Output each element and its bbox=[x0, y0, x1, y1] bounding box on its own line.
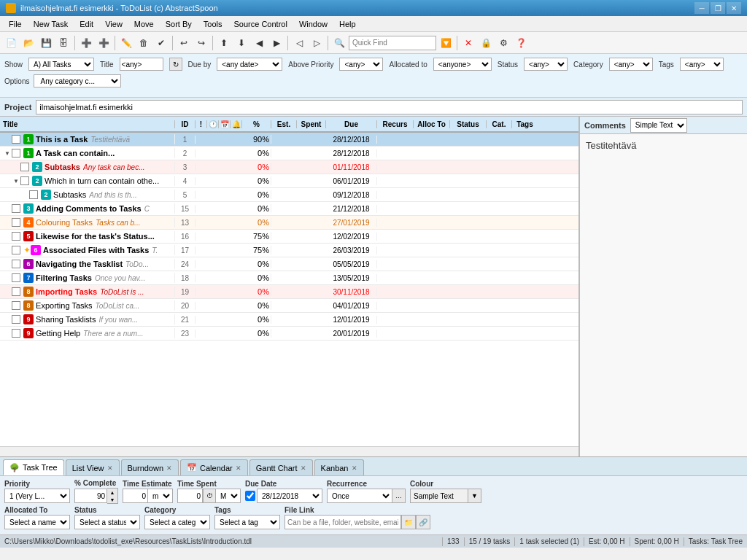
menu-move[interactable]: Move bbox=[128, 18, 160, 30]
tab-task-tree[interactable]: 🌳 Task Tree bbox=[3, 459, 64, 475]
task-checkbox[interactable] bbox=[12, 329, 20, 338]
task-checkbox[interactable] bbox=[20, 163, 29, 171]
status-field-select[interactable]: Select a status bbox=[74, 515, 140, 529]
task-checkbox[interactable] bbox=[12, 232, 20, 241]
menu-tools[interactable]: Tools bbox=[198, 18, 228, 30]
tab-calendar[interactable]: 📅 Calendar ✕ bbox=[180, 459, 248, 475]
task-title-cell[interactable]: 1 This is a Task Testitehtävä bbox=[0, 134, 175, 144]
table-row[interactable]: 1 This is a Task Testitehtävä 1 90% 28/1… bbox=[0, 133, 578, 147]
col-pct[interactable]: % bbox=[242, 120, 271, 128]
menu-edit[interactable]: Edit bbox=[74, 18, 99, 30]
tree-toggle[interactable] bbox=[3, 218, 12, 227]
tab-gantt-close[interactable]: ✕ bbox=[301, 464, 306, 472]
filelink-browse-btn[interactable]: 📁 bbox=[401, 515, 416, 529]
tb-help[interactable]: ❓ bbox=[513, 35, 529, 51]
table-row[interactable]: ▼ 2 Which in turn can contain othe... 4 … bbox=[0, 174, 578, 188]
menu-view[interactable]: View bbox=[99, 18, 128, 30]
tb-move4[interactable]: ▶ bbox=[268, 35, 285, 51]
recurrence-select[interactable]: Once bbox=[327, 489, 392, 503]
table-row[interactable]: ▼ 1 A Task can contain... 2 0% 28/12/201… bbox=[0, 147, 578, 160]
tb-addtask2[interactable]: ➕ bbox=[96, 35, 112, 51]
task-title-cell[interactable]: 8 Exporting Tasks ToDoList ca... bbox=[0, 300, 175, 311]
tab-burndown-close[interactable]: ✕ bbox=[166, 464, 172, 472]
tb-open[interactable]: 📂 bbox=[20, 35, 36, 51]
tab-list-view-close[interactable]: ✕ bbox=[107, 464, 113, 472]
task-title-cell[interactable]: ▼ 1 A Task can contain... bbox=[0, 148, 175, 158]
time-spent-unit-select[interactable]: M h bbox=[216, 489, 241, 503]
tb-addtask[interactable]: ➕ bbox=[78, 35, 94, 51]
pct-input[interactable] bbox=[74, 489, 107, 503]
tb-redo[interactable]: ↪ bbox=[193, 35, 209, 51]
task-title-cell[interactable]: ▼ 2 Which in turn can contain othe... bbox=[0, 176, 175, 186]
tb-fwd[interactable]: ▷ bbox=[309, 35, 325, 51]
col-clock-icon[interactable]: 🕐 bbox=[207, 120, 219, 128]
task-title-cell[interactable]: 6 Navigating the Tasklist ToDo... bbox=[0, 259, 175, 269]
colour-btn[interactable]: ▼ bbox=[468, 489, 481, 503]
task-title-cell[interactable]: ✦ 6 Associated Files with Tasks T. bbox=[0, 245, 175, 255]
pct-spin-up[interactable]: ▲ bbox=[107, 489, 117, 496]
tb-settings[interactable]: ⚙ bbox=[495, 35, 511, 51]
tb-lock[interactable]: 🔒 bbox=[478, 35, 494, 51]
task-checkbox[interactable] bbox=[12, 287, 20, 296]
restore-button[interactable]: ❐ bbox=[711, 2, 725, 14]
tab-kanban[interactable]: Kanban ✕ bbox=[314, 459, 364, 475]
task-checkbox[interactable] bbox=[12, 260, 20, 268]
tb-save[interactable]: 💾 bbox=[38, 35, 54, 51]
tree-toggle[interactable] bbox=[12, 163, 20, 171]
time-est-input[interactable] bbox=[123, 489, 148, 503]
priority-select[interactable]: 1 (Very L... bbox=[4, 489, 70, 503]
col-recurs[interactable]: Recurs bbox=[377, 120, 414, 128]
category-field-select[interactable]: Select a categ... bbox=[144, 515, 210, 529]
tree-toggle[interactable] bbox=[3, 204, 12, 213]
menu-window[interactable]: Window bbox=[293, 18, 333, 30]
status-select[interactable]: <any> bbox=[524, 58, 568, 71]
menu-sortby[interactable]: Sort By bbox=[160, 18, 198, 30]
tb-move1[interactable]: ⬆ bbox=[216, 35, 232, 51]
tree-toggle[interactable] bbox=[3, 260, 12, 268]
table-row[interactable]: 4 Colouring Tasks Tasks can b... 13 0% 2… bbox=[0, 216, 578, 230]
table-row[interactable]: 6 Navigating the Tasklist ToDo... 24 0% … bbox=[0, 257, 578, 271]
tb-delete[interactable]: 🗑 bbox=[136, 35, 152, 51]
allocated-to-select[interactable]: Select a name bbox=[4, 515, 70, 529]
task-checkbox[interactable] bbox=[12, 273, 20, 282]
time-spent-clock-btn[interactable]: ⏱ bbox=[203, 489, 216, 503]
task-checkbox[interactable] bbox=[12, 149, 20, 158]
tree-toggle[interactable] bbox=[3, 246, 12, 254]
tb-save2[interactable]: 🗄 bbox=[55, 35, 71, 51]
table-row[interactable]: 8 Exporting Tasks ToDoList ca... 20 0% 0… bbox=[0, 299, 578, 313]
col-title[interactable]: Title bbox=[0, 120, 175, 128]
filelink-input[interactable] bbox=[285, 515, 401, 529]
table-row[interactable]: 8 Importing Tasks ToDoList is ... 19 0% … bbox=[0, 285, 578, 299]
task-checkbox[interactable] bbox=[12, 301, 20, 310]
tags-select[interactable]: <any> bbox=[680, 58, 724, 71]
task-title-cell[interactable]: 7 Filtering Tasks Once you hav... bbox=[0, 273, 175, 283]
task-title-cell[interactable]: 9 Sharing Tasklists If you wan... bbox=[0, 314, 175, 324]
col-cal-icon[interactable]: 📅 bbox=[219, 120, 231, 128]
table-row[interactable]: 2 Subtasks And this is th... 5 0% 09/12/… bbox=[0, 188, 578, 202]
task-title-cell[interactable]: 8 Importing Tasks ToDoList is ... bbox=[0, 287, 175, 297]
tb-filter[interactable]: 🔽 bbox=[438, 35, 454, 51]
pct-spin-down[interactable]: ▼ bbox=[107, 496, 117, 503]
tab-burndown[interactable]: Burndown ✕ bbox=[121, 459, 179, 475]
tb-cancel[interactable]: ✕ bbox=[460, 35, 476, 51]
task-title-cell[interactable]: 9 Getting Help There are a num... bbox=[0, 328, 175, 338]
col-alloc[interactable]: Alloc To bbox=[414, 120, 450, 128]
task-checkbox[interactable] bbox=[29, 190, 38, 199]
time-spent-input[interactable] bbox=[177, 489, 203, 503]
title-input[interactable] bbox=[120, 58, 163, 71]
tree-toggle[interactable] bbox=[20, 190, 29, 199]
task-title-cell[interactable]: 2 Subtasks Any task can bec... bbox=[0, 162, 175, 172]
quickfind-input[interactable] bbox=[349, 36, 436, 50]
tb-check[interactable]: ✔ bbox=[153, 35, 169, 51]
tree-toggle[interactable]: ▼ bbox=[3, 149, 12, 158]
col-cat[interactable]: Cat. bbox=[487, 120, 512, 128]
table-row[interactable]: ✦ 6 Associated Files with Tasks T. 17 75… bbox=[0, 244, 578, 257]
table-row[interactable]: 3 Adding Comments to Tasks C 15 0% 21/12… bbox=[0, 202, 578, 216]
tb-edit[interactable]: ✏️ bbox=[118, 35, 134, 51]
col-tags[interactable]: Tags bbox=[512, 120, 538, 128]
task-checkbox[interactable] bbox=[20, 176, 29, 185]
menu-file[interactable]: File bbox=[3, 18, 28, 30]
table-row[interactable]: 9 Getting Help There are a num... 23 0% … bbox=[0, 327, 578, 341]
col-due[interactable]: Due bbox=[326, 120, 377, 128]
menu-sourcecontrol[interactable]: Source Control bbox=[228, 18, 293, 30]
